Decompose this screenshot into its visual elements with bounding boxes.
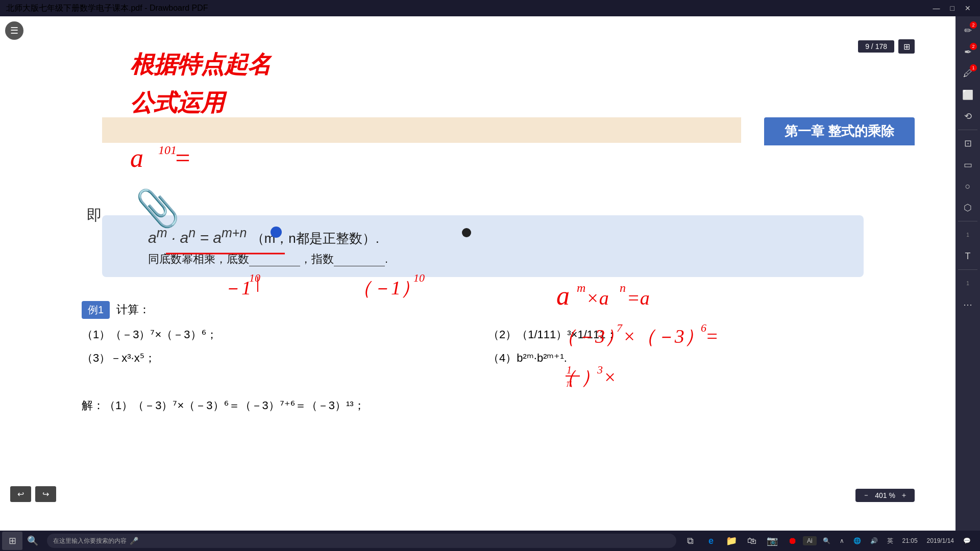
lasso-button[interactable]: ⟲ bbox=[958, 106, 978, 127]
mic-icon: 🎤 bbox=[130, 537, 138, 545]
problem-3: （3）－x³·x⁵； bbox=[82, 350, 447, 366]
solution-line: 解：（1）（－3）⁷×（－3）⁶＝（－3）⁷⁺⁶＝（－3）¹³； bbox=[82, 398, 365, 413]
example-section: 例1 计算： （1）（－3）⁷×（－3）⁶； （2）（1/111）³×1/111… bbox=[82, 301, 853, 366]
page-number-display[interactable]: 9 / 178 bbox=[858, 40, 894, 53]
grid-icon: ⊞ bbox=[903, 42, 910, 52]
page-counter: 9 / 178 ⊞ bbox=[858, 39, 915, 54]
windows-icon: ⊞ bbox=[9, 535, 16, 546]
pen-tool-button[interactable]: ✏ 2 bbox=[958, 20, 978, 41]
search-button[interactable]: 🔍 bbox=[22, 532, 43, 550]
start-button[interactable]: ⊞ bbox=[2, 532, 22, 550]
edge-icon: e bbox=[708, 536, 714, 546]
input-method[interactable]: 英 bbox=[884, 536, 896, 546]
undo-button[interactable]: ↩ bbox=[10, 486, 31, 502]
taskbar-right: Ai 🔍 ∧ 🌐 🔊 英 21:05 2019/1/14 💬 bbox=[803, 536, 978, 546]
text-icon: T bbox=[965, 251, 971, 262]
text-button[interactable]: T bbox=[958, 246, 978, 266]
blank-1 bbox=[249, 253, 300, 266]
hw-neg1: －1 bbox=[222, 277, 251, 298]
redo-button[interactable]: ↪ bbox=[35, 486, 56, 502]
number-label-2: 1 bbox=[958, 273, 978, 293]
maximize-button[interactable]: □ bbox=[947, 3, 958, 13]
clock-time: 21:05 bbox=[899, 536, 921, 545]
hw-pi-expr: （ bbox=[556, 366, 576, 388]
expand-icon[interactable]: ∧ bbox=[837, 536, 847, 545]
circle-icon: ○ bbox=[965, 181, 971, 192]
volume-icon[interactable]: 🔊 bbox=[867, 536, 881, 545]
search-icon-right[interactable]: 🔍 bbox=[820, 536, 834, 545]
titlebar: 北师大版七年级下册数学电子课本.pdf - Drawboard PDF — □ … bbox=[0, 0, 980, 16]
edge-button[interactable]: e bbox=[701, 532, 721, 550]
close-button[interactable]: ✕ bbox=[962, 3, 974, 13]
problem-2: （2）（1/111）³×1/111； bbox=[488, 327, 853, 342]
store-button[interactable]: 🛍 bbox=[742, 532, 762, 550]
camera-button[interactable]: 📷 bbox=[762, 532, 782, 550]
undo-redo-controls: ↩ ↪ bbox=[10, 486, 56, 502]
hw-ji: 即 bbox=[87, 207, 102, 223]
grid-view-button[interactable]: ⊞ bbox=[898, 39, 915, 54]
circle-button[interactable]: ○ bbox=[958, 176, 978, 196]
svg-text:）: ） bbox=[581, 366, 600, 388]
settings-button[interactable]: ⋯ bbox=[958, 294, 978, 315]
rect-button[interactable]: ▭ bbox=[958, 155, 978, 175]
blank-2 bbox=[334, 253, 385, 266]
toolbar-number-2: 1 bbox=[966, 281, 969, 286]
taskbar-search-box[interactable]: 在这里输入你要搜索的内容 🎤 bbox=[47, 534, 676, 548]
record-button[interactable]: ⏺ bbox=[782, 532, 803, 550]
number-label-1: 1 bbox=[958, 224, 978, 245]
notification-button[interactable]: 💬 bbox=[960, 536, 974, 545]
store-icon: 🛍 bbox=[747, 536, 756, 546]
hw-exponent-101: 101 bbox=[158, 143, 177, 157]
example-badge: 例1 bbox=[82, 301, 110, 319]
network-icon[interactable]: 🌐 bbox=[850, 536, 864, 545]
ai-label[interactable]: Ai bbox=[803, 536, 817, 545]
hw-neg1-paren: （－1） bbox=[352, 277, 420, 298]
svg-text:×: × bbox=[603, 366, 617, 388]
pen-badge-2: 2 bbox=[970, 43, 977, 50]
pen-tool-button-2[interactable]: ✒ 2 bbox=[958, 42, 978, 62]
titlebar-controls: — □ ✕ bbox=[930, 3, 974, 13]
problem-1: （1）（－3）⁷×（－3）⁶； bbox=[82, 327, 447, 342]
record-icon: ⏺ bbox=[788, 536, 797, 546]
example-title: 计算： bbox=[116, 303, 150, 316]
pdf-page: ☰ 9 / 178 ⊞ 第一章 整式的乘除 📎 am · an = am+n （… bbox=[0, 16, 955, 531]
folder-button[interactable]: 📁 bbox=[721, 532, 742, 550]
crop-icon: ⊡ bbox=[964, 138, 972, 149]
eraser-button[interactable]: ⬜ bbox=[958, 85, 978, 105]
toolbar-number-1: 1 bbox=[966, 232, 969, 238]
zoom-level-display: 401 % bbox=[875, 491, 895, 499]
titlebar-title: 北师大版七年级下册数学电子课本.pdf - Drawboard PDF bbox=[6, 3, 208, 14]
zoom-out-button[interactable]: － bbox=[861, 491, 872, 500]
camera-icon: 📷 bbox=[767, 535, 778, 546]
crop-button[interactable]: ⊡ bbox=[958, 133, 978, 154]
hw-title1: 根据特点起名 bbox=[130, 52, 273, 78]
black-dot bbox=[462, 228, 471, 237]
chapter-header: 第一章 整式的乘除 bbox=[764, 117, 915, 145]
main-area: ☰ 9 / 178 ⊞ 第一章 整式的乘除 📎 am · an = am+n （… bbox=[0, 16, 955, 531]
toolbar-divider-2 bbox=[958, 221, 977, 221]
toolbar-divider-1 bbox=[958, 130, 977, 130]
hamburger-menu-button[interactable]: ☰ bbox=[5, 21, 23, 40]
zoom-control: － 401 % ＋ bbox=[855, 489, 915, 502]
lasso-icon: ⟲ bbox=[964, 111, 972, 122]
polygon-button[interactable]: ⬡ bbox=[958, 197, 978, 218]
hw-equals-1: = bbox=[174, 143, 191, 172]
minimize-button[interactable]: — bbox=[930, 3, 943, 13]
taskbar: ⊞ 🔍 在这里输入你要搜索的内容 🎤 ⧉ e 📁 🛍 📷 ⏺ Ai 🔍 ∧ 🌐 … bbox=[0, 531, 980, 551]
pen-badge: 2 bbox=[970, 21, 977, 29]
svg-text:m: m bbox=[577, 281, 585, 294]
hw-formula-a: a bbox=[130, 143, 143, 172]
hamburger-icon: ☰ bbox=[10, 26, 18, 35]
svg-text:1: 1 bbox=[567, 364, 572, 375]
clock-date: 2019/1/14 bbox=[924, 536, 957, 545]
folder-icon: 📁 bbox=[726, 535, 737, 546]
svg-text:π: π bbox=[567, 378, 572, 389]
hw-title2: 公式运用 bbox=[130, 90, 227, 116]
rect-icon: ▭ bbox=[964, 159, 972, 170]
tan-bar bbox=[102, 117, 741, 143]
example-header: 例1 计算： bbox=[82, 301, 853, 319]
problems-row-2: （3）－x³·x⁵； （4）b²ᵐ·b²ᵐ⁺¹. bbox=[82, 350, 853, 366]
task-view-button[interactable]: ⧉ bbox=[680, 532, 701, 550]
zoom-in-button[interactable]: ＋ bbox=[898, 491, 910, 500]
pen-tool-button-3[interactable]: 🖊 1 bbox=[958, 63, 978, 84]
